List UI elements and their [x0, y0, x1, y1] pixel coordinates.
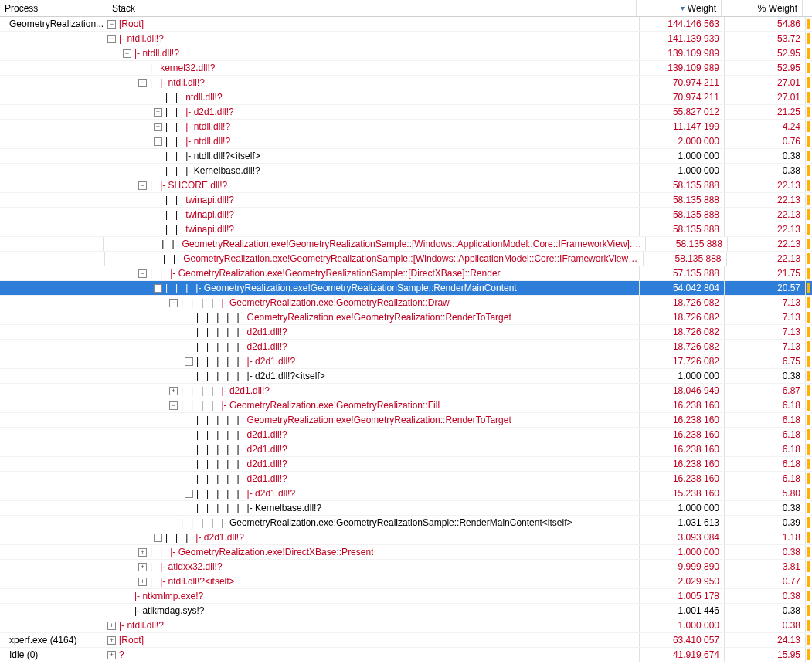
bar-cell [806, 516, 812, 530]
header-weight[interactable]: ▾Weight [637, 0, 722, 16]
weight-cell: 70.974 211 [640, 76, 725, 90]
collapse-icon[interactable]: − [107, 20, 116, 29]
stack-cell: | | | | | GeometryRealization.exe!Geomet… [107, 413, 640, 427]
table-row[interactable]: | kernel32.dll!?139.109 98952.95 [0, 61, 812, 76]
table-row[interactable]: | | | | | d2d1.dll!?16.238 1606.18 [0, 428, 812, 442]
table-row[interactable]: | | twinapi.dll!?58.135 88822.13 [0, 208, 812, 222]
weight-cell: 58.135 888 [640, 222, 725, 236]
table-row[interactable]: | | | | | |- d2d1.dll!?<itself>1.000 000… [0, 369, 812, 384]
table-row[interactable]: |- ntkrnlmp.exe!?1.005 1780.38 [0, 589, 812, 604]
header-process[interactable]: Process [0, 0, 107, 16]
table-row[interactable]: −| |- ntdll.dll!?70.974 21127.01 [0, 76, 812, 90]
stack-cell: | | | | | d2d1.dll!? [107, 428, 640, 442]
expand-icon[interactable]: + [138, 578, 147, 586]
expand-icon[interactable]: + [107, 651, 116, 659]
table-row[interactable]: −| | |- GeometryRealization.exe!Geometry… [0, 266, 812, 281]
table-row[interactable]: −| | | |- GeometryRealization.exe!Geomet… [0, 281, 812, 296]
collapse-icon[interactable]: − [107, 35, 116, 43]
expand-icon[interactable]: + [154, 123, 162, 131]
stack-label: twinapi.dll!? [185, 224, 234, 235]
collapse-icon[interactable]: − [154, 284, 162, 293]
stack-label: d2d1.dll!? [247, 444, 287, 455]
table-row[interactable]: | | | | |- GeometryRealization.exe!Geome… [0, 516, 812, 530]
pct-cell: 1.18 [725, 530, 806, 544]
stack-cell: +| | |- ntdll.dll!? [107, 120, 640, 134]
collapse-icon[interactable]: − [138, 79, 147, 87]
table-row[interactable]: +| | |- ntdll.dll!?11.147 1994.24 [0, 120, 812, 134]
table-row[interactable]: | | twinapi.dll!?58.135 88822.13 [0, 193, 812, 208]
table-row[interactable]: |- atikmdag.sys!?1.001 4460.38 [0, 604, 812, 618]
table-row[interactable]: | | twinapi.dll!?58.135 88822.13 [0, 222, 812, 237]
table-row[interactable]: +| | |- GeometryRealization.exe!DirectXB… [0, 545, 812, 560]
collapse-icon[interactable]: − [169, 299, 178, 307]
expand-icon[interactable]: + [107, 636, 116, 645]
collapse-icon[interactable]: − [169, 401, 178, 410]
expand-icon[interactable]: + [185, 490, 193, 498]
table-row[interactable]: +| | | | | |- d2d1.dll!?15.238 1605.80 [0, 486, 812, 501]
table-row[interactable]: | | | | | d2d1.dll!?16.238 1606.18 [0, 472, 812, 486]
sort-desc-icon: ▾ [681, 4, 685, 12]
table-row[interactable]: −|- ntdll.dll!?141.139 93953.72 [0, 32, 812, 46]
table-row[interactable]: −| |- SHCORE.dll!?58.135 88822.13 [0, 178, 812, 193]
table-row[interactable]: −|- ntdll.dll!?139.109 98952.95 [0, 46, 812, 61]
bar-cell [806, 398, 812, 412]
process-cell [0, 193, 107, 207]
collapse-icon[interactable]: − [138, 181, 147, 190]
expand-icon[interactable]: + [154, 137, 162, 146]
process-cell [0, 501, 107, 515]
table-row[interactable]: | | ntdll.dll!?70.974 21127.01 [0, 90, 812, 105]
pct-cell: 22.13 [725, 178, 806, 192]
stack-label: d2d1.dll!? [247, 341, 287, 352]
header-stack[interactable]: Stack [107, 0, 637, 16]
expand-icon[interactable]: + [154, 534, 162, 542]
expand-icon[interactable]: + [138, 548, 147, 557]
table-row[interactable]: −| | | | |- GeometryRealization.exe!Geom… [0, 296, 812, 310]
table-row[interactable]: Idle (0)+?41.919 67415.95 [0, 648, 812, 662]
header-pct-weight[interactable]: % Weight [722, 0, 803, 16]
table-row[interactable]: +| |- atidxx32.dll!?9.999 8903.81 [0, 560, 812, 574]
table-row[interactable]: +| | |- ntdll.dll!?2.000 0000.76 [0, 134, 812, 149]
table-row[interactable]: | | GeometryRealization.exe!GeometryReal… [0, 237, 812, 252]
pct-cell: 0.38 [725, 589, 806, 603]
bar-cell [806, 340, 812, 354]
table-row[interactable]: | | | | | d2d1.dll!?16.238 1606.18 [0, 442, 812, 457]
stack-cell: | | ntdll.dll!? [107, 90, 640, 104]
table-row[interactable]: | | | | | d2d1.dll!?18.726 0827.13 [0, 340, 812, 354]
table-row[interactable]: xperf.exe (4164)+[Root]63.410 05724.13 [0, 633, 812, 648]
no-expander [123, 607, 131, 615]
stack-cell: +? [107, 648, 640, 662]
expand-icon[interactable]: + [169, 387, 178, 395]
table-row[interactable]: | | |- Kernelbase.dll!?1.000 0000.38 [0, 164, 812, 178]
stack-cell: +| |- ntdll.dll!?<itself> [107, 574, 640, 588]
table-row[interactable]: | | | | | GeometryRealization.exe!Geomet… [0, 310, 812, 325]
table-row[interactable]: | | | | | d2d1.dll!?16.238 1606.18 [0, 457, 812, 472]
table-row[interactable]: | | | | | d2d1.dll!?18.726 0827.13 [0, 325, 812, 340]
expand-icon[interactable]: + [185, 357, 193, 366]
table-row[interactable]: | | GeometryRealization.exe!GeometryReal… [0, 252, 812, 266]
table-row[interactable]: | | | | | GeometryRealization.exe!Geomet… [0, 413, 812, 428]
weight-cell: 1.031 613 [640, 516, 725, 530]
stack-label: |- GeometryRealization.exe!DirectXBase::… [170, 547, 373, 557]
stack-cell: | | | | | GeometryRealization.exe!Geomet… [107, 310, 640, 324]
table-row[interactable]: +| | | | |- d2d1.dll!?18.046 9496.87 [0, 384, 812, 398]
weight-cell: 57.135 888 [640, 266, 725, 280]
expand-icon[interactable]: + [107, 622, 116, 630]
table-row[interactable]: −| | | | |- GeometryRealization.exe!Geom… [0, 398, 812, 413]
collapse-icon[interactable]: − [138, 269, 147, 278]
table-row[interactable]: | | | | | |- Kernelbase.dll!?1.000 0000.… [0, 501, 812, 516]
bar-cell [806, 369, 812, 383]
table-row[interactable]: +| | | |- d2d1.dll!?3.093 0841.18 [0, 530, 812, 545]
expand-icon[interactable]: + [138, 563, 147, 571]
table-row[interactable]: +|- ntdll.dll!?1.000 0000.38 [0, 618, 812, 633]
table-row[interactable]: GeometryRealization...−[Root]144.146 563… [0, 17, 812, 32]
no-expander [185, 504, 193, 513]
table-row[interactable]: +| | | | | |- d2d1.dll!?17.726 0826.75 [0, 354, 812, 369]
collapse-icon[interactable]: − [123, 49, 131, 58]
table-row[interactable]: +| |- ntdll.dll!?<itself>2.029 9500.77 [0, 574, 812, 589]
stack-cell: | | | | | |- d2d1.dll!?<itself> [107, 369, 640, 383]
table-row[interactable]: | | |- ntdll.dll!?<itself>1.000 0000.38 [0, 149, 812, 164]
bar-cell [806, 501, 812, 515]
table-row[interactable]: +| | |- d2d1.dll!?55.827 01221.25 [0, 105, 812, 120]
expand-icon[interactable]: + [154, 108, 162, 117]
pct-cell: 0.38 [725, 618, 806, 632]
